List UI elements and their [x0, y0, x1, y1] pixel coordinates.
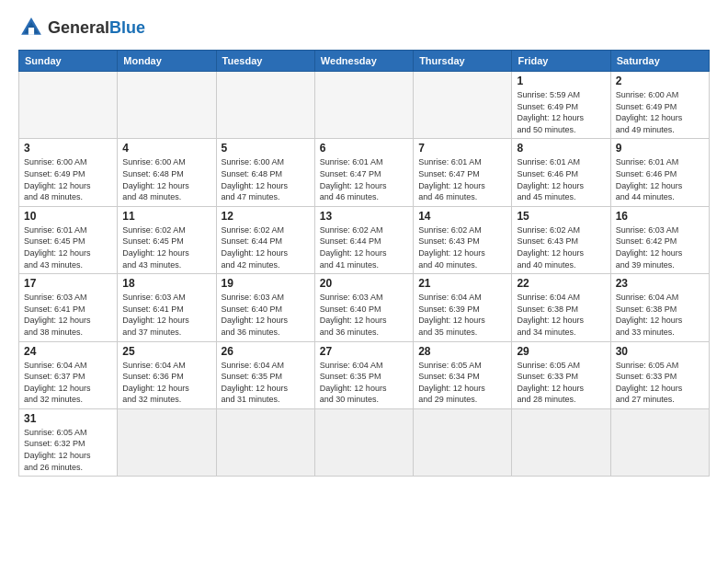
- logo: GeneralBlue: [18, 15, 145, 40]
- calendar-day-cell: 6Sunrise: 6:01 AM Sunset: 6:47 PM Daylig…: [314, 139, 413, 206]
- day-number: 3: [24, 142, 112, 155]
- day-info: Sunrise: 6:05 AM Sunset: 6:33 PM Dayligh…: [517, 360, 605, 406]
- day-number: 5: [222, 142, 310, 155]
- day-info: Sunrise: 6:04 AM Sunset: 6:35 PM Dayligh…: [222, 360, 310, 406]
- calendar-day-cell: 28Sunrise: 6:05 AM Sunset: 6:34 PM Dayli…: [414, 341, 512, 408]
- day-info: Sunrise: 6:01 AM Sunset: 6:46 PM Dayligh…: [616, 156, 704, 202]
- day-number: 24: [24, 345, 112, 358]
- day-number: 21: [418, 277, 506, 290]
- calendar-week-row: 31Sunrise: 6:05 AM Sunset: 6:32 PM Dayli…: [19, 408, 710, 476]
- calendar-day-cell: 16Sunrise: 6:03 AM Sunset: 6:42 PM Dayli…: [610, 206, 709, 273]
- calendar-day-cell: [314, 72, 413, 139]
- calendar-header-tuesday: Tuesday: [216, 51, 314, 72]
- day-number: 29: [517, 345, 605, 358]
- calendar-day-cell: [414, 72, 512, 139]
- day-info: Sunrise: 6:05 AM Sunset: 6:33 PM Dayligh…: [616, 360, 704, 406]
- calendar-week-row: 1Sunrise: 5:59 AM Sunset: 6:49 PM Daylig…: [19, 72, 710, 139]
- day-number: 28: [418, 345, 506, 358]
- day-info: Sunrise: 6:00 AM Sunset: 6:48 PM Dayligh…: [222, 156, 310, 202]
- calendar-header-saturday: Saturday: [610, 51, 709, 72]
- calendar-day-cell: 2Sunrise: 6:00 AM Sunset: 6:49 PM Daylig…: [610, 72, 709, 139]
- day-number: 19: [222, 277, 310, 290]
- day-info: Sunrise: 6:01 AM Sunset: 6:45 PM Dayligh…: [24, 224, 112, 270]
- day-info: Sunrise: 5:59 AM Sunset: 6:49 PM Dayligh…: [517, 89, 605, 135]
- calendar-day-cell: [118, 408, 216, 476]
- day-number: 7: [418, 142, 506, 155]
- calendar-header-friday: Friday: [512, 51, 610, 72]
- day-info: Sunrise: 6:04 AM Sunset: 6:38 PM Dayligh…: [616, 292, 704, 338]
- calendar-day-cell: 26Sunrise: 6:04 AM Sunset: 6:35 PM Dayli…: [216, 341, 314, 408]
- calendar-day-cell: 20Sunrise: 6:03 AM Sunset: 6:40 PM Dayli…: [314, 274, 413, 341]
- calendar-day-cell: 10Sunrise: 6:01 AM Sunset: 6:45 PM Dayli…: [19, 206, 118, 273]
- day-info: Sunrise: 6:03 AM Sunset: 6:41 PM Dayligh…: [122, 292, 210, 338]
- calendar-day-cell: 1Sunrise: 5:59 AM Sunset: 6:49 PM Daylig…: [512, 72, 610, 139]
- calendar-header-monday: Monday: [118, 51, 216, 72]
- day-number: 31: [24, 412, 112, 425]
- calendar-day-cell: 25Sunrise: 6:04 AM Sunset: 6:36 PM Dayli…: [118, 341, 216, 408]
- header: GeneralBlue: [18, 15, 710, 40]
- calendar-day-cell: [512, 408, 610, 476]
- day-info: Sunrise: 6:03 AM Sunset: 6:42 PM Dayligh…: [616, 224, 704, 270]
- calendar-day-cell: [118, 72, 216, 139]
- calendar-day-cell: [610, 408, 709, 476]
- calendar-day-cell: [216, 408, 314, 476]
- svg-rect-2: [28, 28, 34, 35]
- calendar-table: SundayMondayTuesdayWednesdayThursdayFrid…: [18, 50, 710, 477]
- calendar-day-cell: 22Sunrise: 6:04 AM Sunset: 6:38 PM Dayli…: [512, 274, 610, 341]
- day-info: Sunrise: 6:00 AM Sunset: 6:48 PM Dayligh…: [122, 156, 210, 202]
- page: GeneralBlue SundayMondayTuesdayWednesday…: [0, 0, 728, 563]
- logo-text: GeneralBlue: [48, 18, 145, 38]
- day-number: 4: [122, 142, 210, 155]
- calendar-day-cell: 5Sunrise: 6:00 AM Sunset: 6:48 PM Daylig…: [216, 139, 314, 206]
- day-info: Sunrise: 6:04 AM Sunset: 6:35 PM Dayligh…: [320, 360, 408, 406]
- day-info: Sunrise: 6:00 AM Sunset: 6:49 PM Dayligh…: [24, 156, 112, 202]
- day-number: 23: [616, 277, 704, 290]
- calendar-week-row: 3Sunrise: 6:00 AM Sunset: 6:49 PM Daylig…: [19, 139, 710, 206]
- day-number: 15: [517, 210, 605, 223]
- calendar-day-cell: 7Sunrise: 6:01 AM Sunset: 6:47 PM Daylig…: [414, 139, 512, 206]
- day-number: 11: [122, 210, 210, 223]
- day-number: 25: [122, 345, 210, 358]
- day-info: Sunrise: 6:05 AM Sunset: 6:32 PM Dayligh…: [24, 427, 112, 473]
- calendar-day-cell: 11Sunrise: 6:02 AM Sunset: 6:45 PM Dayli…: [118, 206, 216, 273]
- day-number: 17: [24, 277, 112, 290]
- calendar-header-sunday: Sunday: [19, 51, 118, 72]
- day-number: 8: [517, 142, 605, 155]
- day-number: 2: [616, 75, 704, 87]
- calendar-day-cell: 27Sunrise: 6:04 AM Sunset: 6:35 PM Dayli…: [314, 341, 413, 408]
- day-number: 9: [616, 142, 704, 155]
- calendar-week-row: 17Sunrise: 6:03 AM Sunset: 6:41 PM Dayli…: [19, 274, 710, 341]
- day-info: Sunrise: 6:02 AM Sunset: 6:43 PM Dayligh…: [517, 224, 605, 270]
- calendar-day-cell: 23Sunrise: 6:04 AM Sunset: 6:38 PM Dayli…: [610, 274, 709, 341]
- calendar-day-cell: 15Sunrise: 6:02 AM Sunset: 6:43 PM Dayli…: [512, 206, 610, 273]
- calendar-day-cell: 13Sunrise: 6:02 AM Sunset: 6:44 PM Dayli…: [314, 206, 413, 273]
- day-number: 13: [320, 210, 408, 223]
- calendar-day-cell: 24Sunrise: 6:04 AM Sunset: 6:37 PM Dayli…: [19, 341, 118, 408]
- calendar-header-row: SundayMondayTuesdayWednesdayThursdayFrid…: [19, 51, 710, 72]
- calendar-day-cell: 21Sunrise: 6:04 AM Sunset: 6:39 PM Dayli…: [414, 274, 512, 341]
- calendar-day-cell: 14Sunrise: 6:02 AM Sunset: 6:43 PM Dayli…: [414, 206, 512, 273]
- day-number: 30: [616, 345, 704, 358]
- day-info: Sunrise: 6:03 AM Sunset: 6:40 PM Dayligh…: [222, 292, 310, 338]
- logo-icon: [18, 15, 44, 40]
- day-number: 1: [517, 75, 605, 87]
- day-number: 27: [320, 345, 408, 358]
- calendar-day-cell: 17Sunrise: 6:03 AM Sunset: 6:41 PM Dayli…: [19, 274, 118, 341]
- calendar-header-wednesday: Wednesday: [314, 51, 413, 72]
- calendar-day-cell: 8Sunrise: 6:01 AM Sunset: 6:46 PM Daylig…: [512, 139, 610, 206]
- calendar-day-cell: [19, 72, 118, 139]
- day-info: Sunrise: 6:01 AM Sunset: 6:47 PM Dayligh…: [418, 156, 506, 202]
- day-number: 16: [616, 210, 704, 223]
- calendar-day-cell: [216, 72, 314, 139]
- day-info: Sunrise: 6:04 AM Sunset: 6:37 PM Dayligh…: [24, 360, 112, 406]
- calendar-day-cell: 29Sunrise: 6:05 AM Sunset: 6:33 PM Dayli…: [512, 341, 610, 408]
- day-number: 22: [517, 277, 605, 290]
- day-info: Sunrise: 6:03 AM Sunset: 6:41 PM Dayligh…: [24, 292, 112, 338]
- calendar-day-cell: [414, 408, 512, 476]
- day-info: Sunrise: 6:02 AM Sunset: 6:44 PM Dayligh…: [320, 224, 408, 270]
- calendar-day-cell: 4Sunrise: 6:00 AM Sunset: 6:48 PM Daylig…: [118, 139, 216, 206]
- day-info: Sunrise: 6:01 AM Sunset: 6:46 PM Dayligh…: [517, 156, 605, 202]
- calendar-day-cell: 19Sunrise: 6:03 AM Sunset: 6:40 PM Dayli…: [216, 274, 314, 341]
- day-info: Sunrise: 6:04 AM Sunset: 6:36 PM Dayligh…: [122, 360, 210, 406]
- day-info: Sunrise: 6:03 AM Sunset: 6:40 PM Dayligh…: [320, 292, 408, 338]
